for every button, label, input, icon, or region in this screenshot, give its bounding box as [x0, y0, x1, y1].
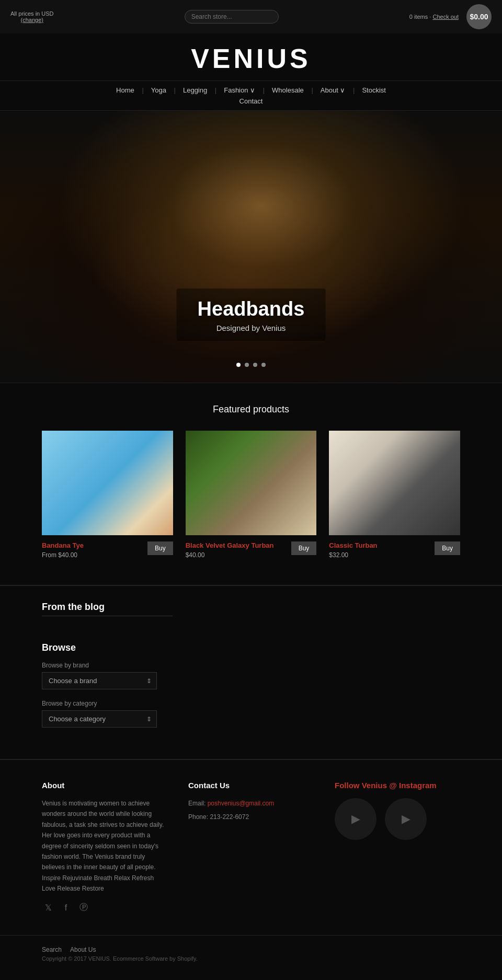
hero-text-overlay: Headbands Designed by Venius — [177, 289, 326, 341]
category-select[interactable]: Choose a category — [42, 710, 157, 728]
browse-brand-label: Browse by brand — [42, 662, 460, 669]
product-name-1[interactable]: Bandana Tye — [42, 541, 84, 549]
site-logo[interactable]: VENIUS — [0, 43, 502, 74]
main-nav: Home Yoga Legging Fashion ∨ Wholesale Ab… — [0, 80, 502, 111]
email-label: Email: — [188, 800, 206, 807]
product-info-2: Black Velvet Galaxy Turban $40.00 Buy — [186, 535, 317, 564]
nav-about[interactable]: About ∨ — [312, 86, 354, 94]
blog-underline — [42, 616, 173, 616]
footer-bottom-left: Search About Us Copyright © 2017 VENIUS.… — [42, 946, 198, 962]
product-card-3: Classic Turban $32.00 Buy — [329, 431, 460, 564]
footer-about-col: About Venius is motivating women to achi… — [42, 781, 167, 914]
product-price-2: $40.00 — [186, 551, 274, 559]
product-image-3 — [329, 431, 460, 535]
cart-total-badge[interactable]: $0.00 — [466, 4, 492, 29]
instagram-item-1[interactable]: ▶ — [335, 798, 376, 840]
pinterest-icon[interactable]: Ⓟ — [77, 902, 90, 914]
hero-image — [0, 111, 502, 383]
phone-number: 213-222-6072 — [210, 813, 249, 821]
hero-dot-1[interactable] — [236, 363, 241, 367]
hero-dot-2[interactable] — [245, 363, 249, 367]
instagram-item-2[interactable]: ▶ — [385, 798, 427, 840]
nav-row-secondary: Contact — [0, 96, 502, 110]
cart-items-count: 0 items — [409, 14, 428, 20]
nav-row-main: Home Yoga Legging Fashion ∨ Wholesale Ab… — [0, 81, 502, 96]
product-card-1: Bandana Tye From $40.00 Buy — [42, 431, 173, 564]
price-notice-text: All prices in USD — [10, 10, 54, 17]
cart-info: 0 items · Check out — [409, 14, 459, 20]
footer-about-title: About — [42, 781, 167, 790]
search-container — [185, 10, 279, 24]
search-input[interactable] — [185, 10, 279, 24]
hero-subtitle: Designed by Venius — [198, 324, 305, 332]
category-select-wrapper: Choose a category — [42, 710, 157, 728]
hero-dots — [236, 363, 266, 367]
hero-dot-4[interactable] — [261, 363, 266, 367]
hero-dot-3[interactable] — [253, 363, 257, 367]
product-name-2[interactable]: Black Velvet Galaxy Turban — [186, 541, 274, 549]
featured-title: Featured products — [42, 404, 460, 415]
hero-title: Headbands — [198, 298, 305, 320]
product-price-1: From $40.00 — [42, 551, 84, 559]
checkout-link[interactable]: Check out — [432, 14, 459, 20]
product-price-3: $32.00 — [329, 551, 377, 559]
product-info-3: Classic Turban $32.00 Buy — [329, 535, 460, 564]
footer-search-link[interactable]: Search — [42, 946, 62, 953]
footer-email-row: Email: poshvenius@gmail.com — [188, 798, 314, 809]
top-bar: All prices in USD (change) 0 items · Che… — [0, 0, 502, 33]
brand-select[interactable]: Choose a brand — [42, 672, 157, 689]
product-card-2: Black Velvet Galaxy Turban $40.00 Buy — [186, 431, 317, 564]
browse-title: Browse — [42, 642, 460, 653]
nav-home[interactable]: Home — [108, 86, 143, 94]
footer-copyright: Copyright © 2017 VENIUS. Ecommerce Softw… — [42, 955, 198, 962]
footer-bottom: Search About Us Copyright © 2017 VENIUS.… — [0, 935, 502, 972]
footer-about-text: Venius is motivating women to achieve wo… — [42, 798, 167, 894]
featured-products-section: Featured products Bandana Tye From $40.0… — [0, 383, 502, 585]
cart-area: 0 items · Check out $0.00 — [409, 4, 492, 29]
product-name-3[interactable]: Classic Turban — [329, 541, 377, 549]
footer: About Venius is motivating women to achi… — [0, 759, 502, 935]
browse-section: Browse Browse by brand Choose a brand Br… — [0, 632, 502, 759]
footer-phone-row: Phone: 213-222-6072 — [188, 812, 314, 822]
buy-button-3[interactable]: Buy — [435, 541, 460, 555]
products-grid: Bandana Tye From $40.00 Buy Black Velvet… — [42, 431, 460, 564]
blog-title: From the blog — [42, 602, 460, 613]
price-notice: All prices in USD (change) — [10, 10, 54, 23]
blog-section: From the blog — [0, 585, 502, 632]
change-currency-link[interactable]: (change) — [21, 17, 43, 23]
browse-category-label: Browse by category — [42, 700, 460, 707]
footer-contact-col: Contact Us Email: poshvenius@gmail.com P… — [188, 781, 314, 914]
product-details-3: Classic Turban $32.00 — [329, 540, 377, 559]
nav-stockist[interactable]: Stockist — [353, 86, 394, 94]
product-details-2: Black Velvet Galaxy Turban $40.00 — [186, 540, 274, 559]
product-details-1: Bandana Tye From $40.00 — [42, 540, 84, 559]
facebook-icon[interactable]: f — [60, 902, 72, 914]
brand-select-wrapper: Choose a brand — [42, 672, 157, 689]
email-link[interactable]: poshvenius@gmail.com — [208, 800, 275, 807]
logo-section: VENIUS — [0, 33, 502, 80]
phone-label: Phone: — [188, 813, 208, 821]
nav-fashion[interactable]: Fashion ∨ — [215, 86, 264, 94]
nav-yoga[interactable]: Yoga — [143, 86, 175, 94]
footer-contact-title: Contact Us — [188, 781, 314, 790]
twitter-icon[interactable]: 𝕏 — [42, 902, 54, 914]
footer-links: Search About Us — [42, 946, 198, 953]
instagram-grid: ▶ ▶ — [335, 798, 460, 840]
nav-legging[interactable]: Legging — [175, 86, 215, 94]
nav-wholesale[interactable]: Wholesale — [264, 86, 312, 94]
footer-about-link[interactable]: About Us — [70, 946, 96, 953]
product-image-1 — [42, 431, 173, 535]
footer-instagram-title: Follow Venius @ Instagram — [335, 781, 460, 790]
product-info-1: Bandana Tye From $40.00 Buy — [42, 535, 173, 564]
product-image-2 — [186, 431, 317, 535]
hero-section: Headbands Designed by Venius — [0, 111, 502, 383]
social-icons: 𝕏 f Ⓟ — [42, 902, 167, 914]
nav-contact[interactable]: Contact — [231, 97, 271, 105]
footer-instagram-col: Follow Venius @ Instagram ▶ ▶ — [335, 781, 460, 914]
buy-button-2[interactable]: Buy — [291, 541, 317, 555]
buy-button-1[interactable]: Buy — [147, 541, 173, 555]
